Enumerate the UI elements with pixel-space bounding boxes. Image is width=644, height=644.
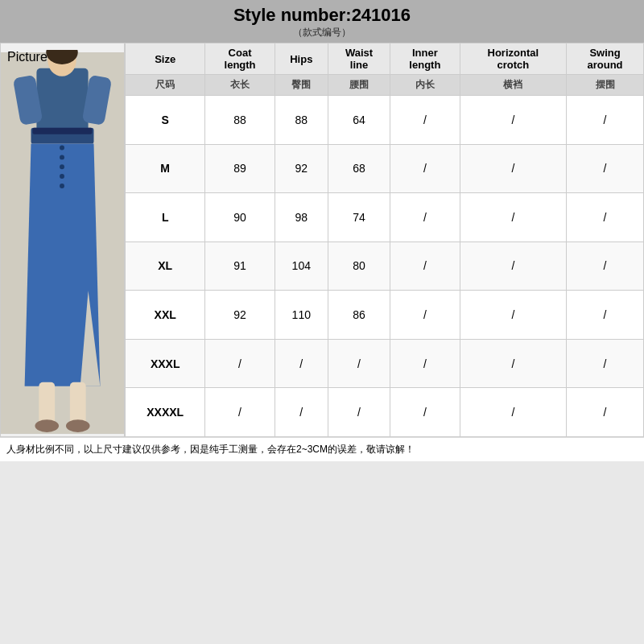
size-table-body: S888864///M899268///L909874///XL9110480/… bbox=[126, 96, 644, 437]
cell-4-4: / bbox=[390, 291, 460, 340]
cell-3-5: / bbox=[460, 242, 567, 291]
cell-1-5: / bbox=[460, 144, 567, 193]
table-row: XXL9211086/// bbox=[126, 291, 644, 340]
cell-2-0: L bbox=[126, 193, 205, 242]
cell-3-0: XL bbox=[126, 242, 205, 291]
cell-2-4: / bbox=[390, 193, 460, 242]
col-inner-zh: 内长 bbox=[390, 75, 460, 96]
svg-rect-13 bbox=[39, 382, 55, 426]
style-number: Style number:241016 bbox=[0, 5, 644, 26]
cell-0-6: / bbox=[567, 96, 644, 145]
bottom-area bbox=[0, 461, 644, 644]
col-coat-zh: 衣长 bbox=[205, 75, 275, 96]
style-number-sub: （款式编号） bbox=[0, 26, 644, 39]
svg-point-11 bbox=[60, 184, 64, 188]
cell-0-2: 88 bbox=[275, 96, 328, 145]
cell-4-3: 86 bbox=[328, 291, 390, 340]
table-row: XL9110480/// bbox=[126, 242, 644, 291]
cell-6-1: / bbox=[205, 388, 275, 437]
col-coat-en: Coatlength bbox=[205, 43, 275, 75]
cell-2-6: / bbox=[567, 193, 644, 242]
col-hcrotch-en: Horizontalcrotch bbox=[460, 43, 567, 75]
title-area: Style number:241016 （款式编号） bbox=[0, 0, 644, 43]
col-swing-en: Swingaround bbox=[567, 43, 644, 75]
col-inner-en: Innerlength bbox=[390, 43, 460, 75]
cell-2-5: / bbox=[460, 193, 567, 242]
table-header-en: Size Coatlength Hips Waistline Innerleng… bbox=[126, 43, 644, 75]
cell-1-4: / bbox=[390, 144, 460, 193]
cell-2-2: 98 bbox=[275, 193, 328, 242]
table-row: XXXL////// bbox=[126, 339, 644, 388]
table-row: L909874/// bbox=[126, 193, 644, 242]
cell-5-1: / bbox=[205, 339, 275, 388]
table-row: M899268/// bbox=[126, 144, 644, 193]
col-size-zh: 尺码 bbox=[126, 75, 205, 96]
col-size-en: Size bbox=[126, 43, 205, 75]
footnote: 人身材比例不同，以上尺寸建议仅供参考，因是纯手工测量，会存在2~3CM的误差，敬… bbox=[0, 437, 644, 461]
cell-4-0: XXL bbox=[126, 291, 205, 340]
col-swing-zh: 摆围 bbox=[567, 75, 644, 96]
svg-point-15 bbox=[35, 419, 59, 432]
cell-5-5: / bbox=[460, 339, 567, 388]
cell-0-4: / bbox=[390, 96, 460, 145]
cell-0-5: / bbox=[460, 96, 567, 145]
cell-0-1: 88 bbox=[205, 96, 275, 145]
cell-4-1: 92 bbox=[205, 291, 275, 340]
picture-label: Picture bbox=[7, 50, 47, 64]
table-row: XXXXL////// bbox=[126, 388, 644, 437]
cell-5-2: / bbox=[275, 339, 328, 388]
cell-4-6: / bbox=[567, 291, 644, 340]
cell-3-6: / bbox=[567, 242, 644, 291]
col-hcrotch-zh: 横裆 bbox=[460, 75, 567, 96]
col-hips-en: Hips bbox=[275, 43, 328, 75]
cell-3-1: 91 bbox=[205, 242, 275, 291]
cell-6-3: / bbox=[328, 388, 390, 437]
cell-2-1: 90 bbox=[205, 193, 275, 242]
cell-6-6: / bbox=[567, 388, 644, 437]
cell-1-6: / bbox=[567, 144, 644, 193]
svg-point-9 bbox=[60, 164, 64, 169]
cell-6-5: / bbox=[460, 388, 567, 437]
page-container: Style number:241016 （款式编号） Picture bbox=[0, 0, 644, 644]
svg-point-10 bbox=[60, 174, 64, 179]
col-waist-en: Waistline bbox=[328, 43, 390, 75]
table-section: Picture bbox=[0, 43, 644, 437]
cell-0-0: S bbox=[126, 96, 205, 145]
cell-5-3: / bbox=[328, 339, 390, 388]
cell-4-2: 110 bbox=[275, 291, 328, 340]
svg-rect-19 bbox=[32, 128, 92, 134]
cell-4-5: / bbox=[460, 291, 567, 340]
cell-3-4: / bbox=[390, 242, 460, 291]
product-image bbox=[1, 50, 124, 436]
size-table: Size Coatlength Hips Waistline Innerleng… bbox=[125, 43, 644, 437]
svg-point-7 bbox=[60, 146, 64, 151]
col-hips-zh: 臀围 bbox=[275, 75, 328, 96]
svg-point-8 bbox=[60, 155, 64, 159]
svg-rect-2 bbox=[36, 68, 88, 132]
cell-1-1: 89 bbox=[205, 144, 275, 193]
cell-0-3: 64 bbox=[328, 96, 390, 145]
svg-rect-14 bbox=[70, 382, 86, 426]
cell-5-0: XXXL bbox=[126, 339, 205, 388]
cell-1-3: 68 bbox=[328, 144, 390, 193]
table-row: S888864/// bbox=[126, 96, 644, 145]
cell-5-6: / bbox=[567, 339, 644, 388]
table-header-zh: 尺码 衣长 臀围 腰围 内长 横裆 摆围 bbox=[126, 75, 644, 96]
cell-5-4: / bbox=[390, 339, 460, 388]
cell-1-2: 92 bbox=[275, 144, 328, 193]
cell-6-0: XXXXL bbox=[126, 388, 205, 437]
col-waist-zh: 腰围 bbox=[328, 75, 390, 96]
cell-6-2: / bbox=[275, 388, 328, 437]
picture-cell: Picture bbox=[0, 43, 125, 437]
cell-3-2: 104 bbox=[275, 242, 328, 291]
svg-point-16 bbox=[66, 419, 90, 432]
cell-6-4: / bbox=[390, 388, 460, 437]
cell-2-3: 74 bbox=[328, 193, 390, 242]
cell-3-3: 80 bbox=[328, 242, 390, 291]
cell-1-0: M bbox=[126, 144, 205, 193]
